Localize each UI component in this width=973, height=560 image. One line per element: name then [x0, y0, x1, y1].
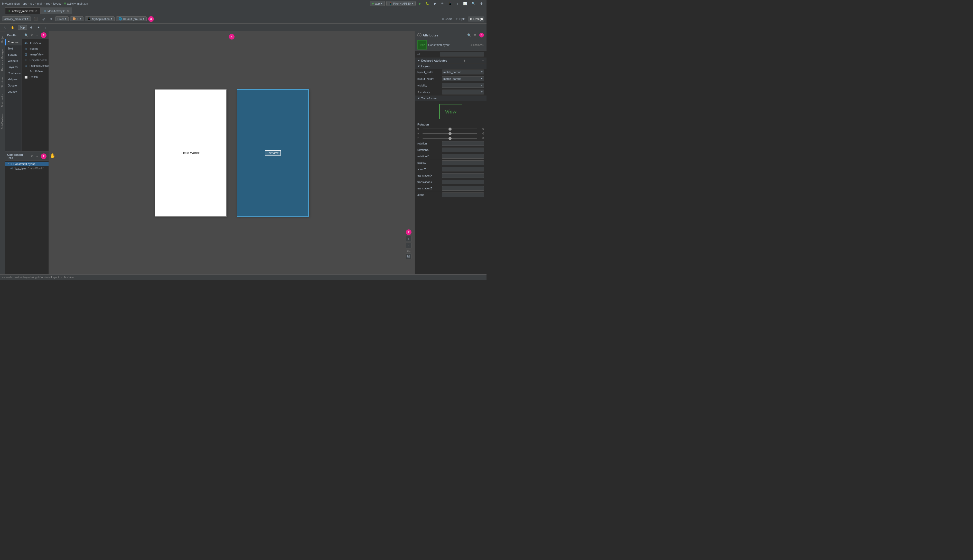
zoom-out-button[interactable]: -	[406, 243, 411, 248]
cat-widgets[interactable]: Widgets	[5, 58, 22, 64]
breadcrumb-myapplication[interactable]: MyApplication	[2, 2, 20, 5]
palette-textview[interactable]: Ab TextView	[22, 40, 48, 46]
cat-buttons[interactable]: Buttons	[5, 52, 22, 58]
alpha-input[interactable]	[442, 192, 484, 197]
layout-section-header[interactable]: ▼ Layout	[415, 63, 486, 69]
tab-main-activity[interactable]: K MainActivity.kt ✕	[41, 7, 72, 14]
project-tab[interactable]: Project	[0, 31, 5, 46]
transforms-section-header[interactable]: ▼ Transforms	[415, 96, 486, 101]
declared-attributes-header[interactable]: ▼ Declared Attributes + −	[415, 58, 486, 63]
split-view-button[interactable]: ⊟ Split	[455, 17, 467, 22]
cat-common[interactable]: Common	[5, 39, 22, 45]
vcs-button[interactable]: ↑	[363, 1, 368, 6]
z-slider-thumb[interactable]	[448, 137, 451, 140]
y-slider-thumb[interactable]	[448, 132, 451, 135]
cat-helpers[interactable]: Helpers	[5, 76, 22, 82]
layout-width-dropdown[interactable]: match_parent ▾	[442, 70, 484, 75]
layout-height-dropdown[interactable]: match_parent ▾	[442, 76, 484, 81]
align-button[interactable]: ↕	[43, 25, 47, 30]
orient-button[interactable]: ⬛	[32, 17, 39, 22]
structure-tab[interactable]: Structure	[0, 74, 5, 91]
tab-close-main-activity[interactable]: ✕	[67, 10, 69, 12]
id-input[interactable]	[440, 52, 484, 57]
declared-attr-remove-button[interactable]: −	[482, 59, 484, 62]
x-slider-track[interactable]	[423, 128, 477, 129]
blueprint-textview[interactable]: TextView	[265, 150, 281, 155]
settings-button[interactable]: ⚙	[478, 1, 485, 6]
translationx-input[interactable]	[442, 173, 484, 178]
palette-search-button[interactable]: 🔍	[23, 33, 29, 37]
attr-search-button[interactable]: 🔍	[466, 33, 472, 37]
mask-button[interactable]: ◎	[41, 17, 47, 22]
translationy-input[interactable]	[442, 180, 484, 184]
cat-text[interactable]: Text	[5, 45, 22, 52]
palette-recyclerview[interactable]: ≡ RecyclerView	[22, 57, 48, 63]
zoom-in-button[interactable]: +	[406, 236, 411, 242]
palette-minimize-button[interactable]: −	[35, 33, 39, 37]
tree-minimize-button[interactable]: −	[35, 154, 39, 158]
bookmarks-tab[interactable]: Bookmarks	[0, 91, 5, 110]
resource-manager-tab[interactable]: Resource Manager	[0, 46, 5, 74]
margin-dropdown[interactable]: 0dp	[18, 25, 27, 30]
zoom-button[interactable]: ⊕	[48, 17, 53, 22]
run-config-dropdown[interactable]: ▶ app ▾	[369, 1, 385, 6]
magic-button[interactable]: ✦	[36, 25, 41, 30]
translationz-input[interactable]	[442, 186, 484, 191]
badge-5: 5	[479, 33, 484, 37]
breadcrumb-app[interactable]: app	[23, 2, 27, 5]
cat-legacy[interactable]: Legacy	[5, 88, 22, 95]
run-button[interactable]: ▶	[417, 1, 423, 6]
tree-item-textview[interactable]: Ab TextView "Hello World!"	[5, 166, 48, 171]
palette-imageview[interactable]: 🖼 ImageView	[22, 52, 48, 57]
sync-button[interactable]: ⟳	[440, 1, 445, 6]
breadcrumb-res[interactable]: res	[46, 2, 50, 5]
file-name-dropdown[interactable]: activity_main.xml ▾	[2, 17, 31, 21]
palette-fragmentcontainerview[interactable]: □ FragmentContainerView	[22, 63, 48, 68]
attr-settings-button[interactable]: ⚙	[473, 33, 477, 37]
tab-close-activity-main[interactable]: ✕	[35, 10, 37, 12]
build-variants-tab[interactable]: Build Variants	[0, 110, 5, 132]
breadcrumb-main[interactable]: main	[37, 2, 43, 5]
attributes-info-button[interactable]: i	[417, 33, 421, 37]
profiler-button[interactable]: 📊	[461, 1, 468, 6]
palette-button[interactable]: □ Button	[22, 46, 48, 52]
rotationx-input[interactable]	[442, 148, 484, 152]
sdk-button[interactable]: ⬦	[455, 1, 460, 6]
debug-button[interactable]: 🐛	[424, 1, 431, 6]
palette-switch[interactable]: ⬜ Switch	[22, 74, 48, 80]
palette-scrollview[interactable]: ↕ ScrollView	[22, 68, 48, 74]
scalex-input[interactable]	[442, 160, 484, 165]
fit-screen-button[interactable]: ⊡	[406, 253, 411, 259]
cat-layouts[interactable]: Layouts	[5, 64, 22, 70]
y-slider-track[interactable]	[423, 133, 477, 134]
constraint-button[interactable]: ⊕	[28, 25, 34, 30]
search-button-top[interactable]: 🔍	[470, 1, 477, 6]
locale-dropdown[interactable]: 🌐 Default (en-us) ▾	[116, 17, 147, 21]
t-dropdown[interactable]: 🎨 T ▾	[70, 17, 84, 21]
pixel-dropdown[interactable]: Pixel ▾	[55, 17, 69, 21]
rotationy-input[interactable]	[442, 154, 484, 158]
rotation-input[interactable]	[442, 141, 484, 146]
palette-settings-button[interactable]: ⚙	[30, 33, 34, 37]
cat-google[interactable]: Google	[5, 82, 22, 88]
scaley-input[interactable]	[442, 167, 484, 172]
tree-settings-button[interactable]: ⚙	[30, 154, 34, 158]
select-button[interactable]: ↖	[2, 25, 8, 30]
device-dropdown[interactable]: 📱 Pixel 4 API 30 ▾	[386, 1, 416, 6]
z-slider-track[interactable]	[423, 138, 477, 138]
code-view-button[interactable]: ≡ Code	[441, 17, 454, 22]
avd-button[interactable]: 📱	[447, 1, 454, 6]
tab-activity-main[interactable]: ⊞ activity_main.xml ✕	[5, 7, 40, 14]
breadcrumb-src[interactable]: src	[30, 2, 34, 5]
pan-button[interactable]: ✋	[9, 25, 16, 30]
visibility-dropdown[interactable]: ▾	[442, 83, 484, 88]
coverage-button[interactable]: ▶	[433, 1, 438, 6]
app-dropdown[interactable]: 📱 MyApplication ▾	[85, 17, 114, 21]
breadcrumb-layout[interactable]: layout	[53, 2, 60, 5]
declared-attr-add-button[interactable]: +	[463, 59, 465, 62]
design-view-button[interactable]: 🖥 Design	[468, 17, 485, 22]
tree-item-constraintlayout[interactable]: ▼ ⊕ ConstraintLayout	[5, 162, 48, 166]
cat-containers[interactable]: Containers	[5, 70, 22, 76]
visibility2-dropdown[interactable]: ▾	[442, 90, 484, 95]
x-slider-thumb[interactable]	[448, 128, 451, 131]
